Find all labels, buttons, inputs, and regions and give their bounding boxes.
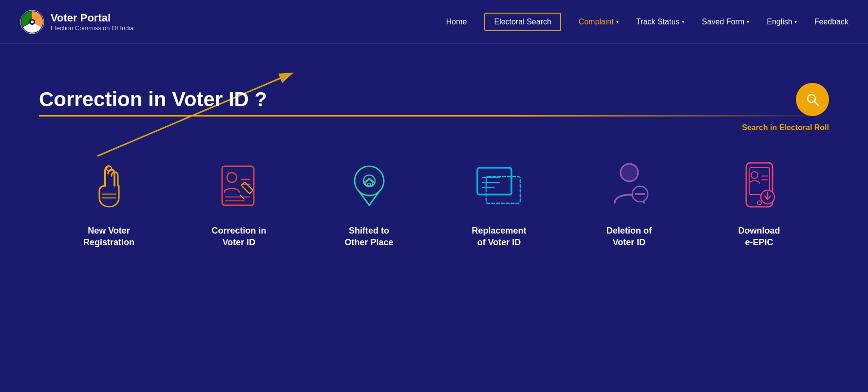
person-minus-icon [605, 159, 654, 213]
service-card-new-voter-registration[interactable]: New VoterRegistration [49, 157, 169, 249]
nav-home[interactable]: Home [446, 18, 467, 26]
replacement-voter-icon-wrapper [470, 157, 528, 215]
new-voter-registration-label: New VoterRegistration [83, 225, 134, 249]
download-epic-icon-wrapper [730, 157, 789, 215]
service-card-download-epic[interactable]: Downloade-EPIC [699, 157, 819, 249]
nav-saved-form[interactable]: Saved Form ▾ [702, 18, 749, 26]
services-grid: New VoterRegistration [39, 157, 829, 249]
download-epic-label: Downloade-EPIC [738, 225, 780, 249]
deletion-voter-id-label: Deletion ofVoter ID [606, 225, 652, 249]
svg-point-26 [621, 164, 638, 181]
main-content: Correction in Voter ID ? Search in Elect… [0, 44, 868, 268]
search-icon [805, 92, 820, 107]
svg-rect-22 [486, 176, 520, 203]
nav-language[interactable]: English ▾ [767, 18, 796, 26]
svg-rect-20 [368, 183, 371, 186]
lang-dropdown-arrow: ▾ [794, 19, 797, 24]
nav-electoral-search[interactable]: Electoral Search [484, 13, 561, 31]
edit-card-icon [215, 159, 264, 213]
main-nav: Home Electoral Search Complaint ▾ Track … [446, 13, 849, 31]
search-electoral-roll-link[interactable]: Search in Electoral Roll [39, 123, 829, 132]
heading-underline [39, 115, 829, 117]
service-card-correction-voter-id[interactable]: Correction inVoter ID [179, 157, 299, 249]
id-replace-icon [472, 159, 526, 213]
location-home-icon [342, 159, 396, 213]
nav-complaint[interactable]: Complaint ▾ [579, 18, 619, 26]
svg-point-36 [757, 201, 761, 205]
deletion-voter-icon-wrapper [600, 157, 659, 215]
service-card-replacement-voter-id[interactable]: Replacementof Voter ID [439, 157, 559, 249]
nav-track-status[interactable]: Track Status ▾ [636, 18, 684, 26]
shifted-other-place-icon-wrapper [340, 157, 398, 215]
svg-point-2 [31, 20, 34, 23]
svg-point-11 [227, 173, 237, 182]
logo-subtitle: Election Commission Of India [51, 24, 134, 32]
search-circle-button[interactable] [796, 83, 829, 116]
service-card-deletion-voter-id[interactable]: Deletion ofVoter ID [569, 157, 689, 249]
logo-title: Voter Portal [51, 12, 134, 24]
svg-point-19 [363, 175, 375, 187]
track-status-dropdown-arrow: ▾ [682, 19, 684, 24]
correction-voter-id-label: Correction inVoter ID [211, 225, 266, 249]
complaint-dropdown-arrow: ▾ [616, 19, 619, 24]
heading-section: Correction in Voter ID ? Search in Elect… [39, 88, 829, 132]
logo-area: Voter Portal Election Commission Of Indi… [19, 9, 134, 35]
logo-text-block: Voter Portal Election Commission Of Indi… [51, 12, 134, 32]
new-voter-icon-wrapper [80, 157, 138, 215]
shifted-other-place-label: Shifted toOther Place [344, 225, 393, 249]
service-card-shifted-other-place[interactable]: Shifted toOther Place [309, 157, 429, 249]
svg-point-31 [751, 172, 758, 178]
nav-feedback[interactable]: Feedback [814, 18, 849, 26]
page-heading: Correction in Voter ID ? [39, 88, 829, 111]
saved-form-dropdown-arrow: ▾ [747, 19, 749, 24]
svg-rect-21 [477, 168, 511, 195]
header: Voter Portal Election Commission Of Indi… [0, 0, 868, 44]
replacement-voter-id-label: Replacementof Voter ID [472, 225, 526, 249]
svg-line-6 [814, 101, 818, 105]
download-id-icon [737, 159, 781, 213]
finger-tap-icon [85, 159, 133, 213]
correction-voter-icon-wrapper [210, 157, 268, 215]
logo-icon [19, 9, 45, 35]
svg-rect-16 [241, 182, 253, 194]
